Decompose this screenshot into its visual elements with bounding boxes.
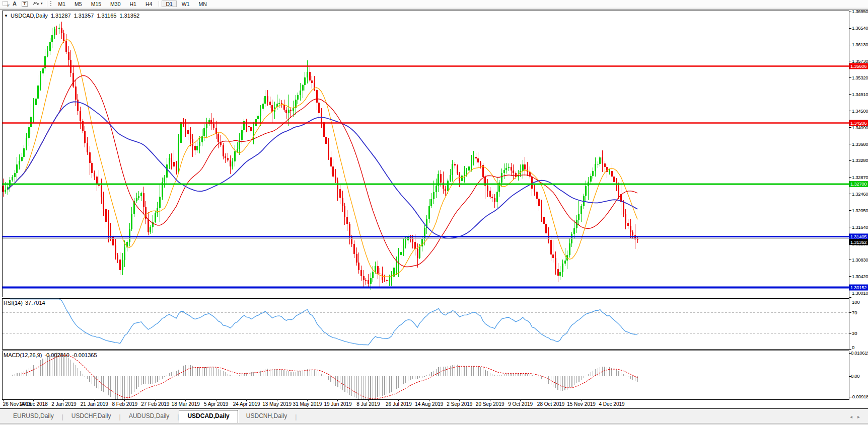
- collapse-arrow-icon[interactable]: ▼: [4, 14, 8, 18]
- arrows-dropdown-icon[interactable]: ▾: [41, 2, 43, 6]
- rsi-scale-label: 0: [852, 345, 854, 350]
- timeframe-button-mn[interactable]: MN: [195, 1, 211, 7]
- chart-canvas[interactable]: 1.369501.365401.361301.357301.353201.349…: [0, 0, 868, 408]
- arrows-icon: [33, 1, 39, 7]
- macd-signal-line: [22, 355, 637, 399]
- price-tick-label: 1.34500: [852, 108, 868, 114]
- level-price-label: 1.35606: [850, 63, 866, 69]
- timeframe-button-d1[interactable]: D1: [162, 1, 176, 7]
- tab-usdcnh[interactable]: USDCNH,Daily: [238, 411, 295, 423]
- tab-separator: |: [295, 413, 297, 423]
- chart-tab-bar: EURUSD,Daily|USDCHF,Daily|AUDUSD,Daily|U…: [0, 408, 868, 423]
- candles: [3, 22, 638, 290]
- timeframe-button-w1[interactable]: W1: [178, 1, 194, 7]
- date-tick-label: 19 Jun 2019: [324, 401, 351, 407]
- price-tick-label: 1.32460: [852, 191, 868, 197]
- ohlc-close: 1.31352: [119, 13, 139, 19]
- text-label-icon: T: [22, 1, 28, 7]
- date-tick-label: 18 Mar 2019: [172, 401, 200, 407]
- price-tick-label: 1.30010: [852, 290, 868, 296]
- ma-fast-line: [8, 40, 637, 277]
- level-line-1.35606[interactable]: 1.35606: [3, 63, 868, 69]
- date-tick-label: 28 Oct 2019: [537, 401, 565, 407]
- date-tick-label: 14 Dec 2018: [19, 401, 48, 407]
- level-price-label: 1.32700: [850, 181, 866, 187]
- date-tick-label: 13 May 2019: [262, 401, 292, 407]
- rsi-scale-label: 100: [852, 299, 860, 305]
- ohlc-low: 1.31165: [97, 13, 116, 19]
- date-tick-label: 15 Nov 2019: [567, 401, 596, 407]
- level-price-label: 1.30152: [850, 285, 866, 290]
- macd-value: -0.002810: [44, 352, 69, 358]
- timeframe-separator: [159, 1, 159, 7]
- price-tick-label: 1.35320: [852, 75, 868, 80]
- macd-histogram: [13, 353, 638, 399]
- level-line-1.30152[interactable]: 1.30152: [3, 285, 868, 291]
- current-price-label: 1.31352: [850, 239, 866, 245]
- timeframe-button-m1[interactable]: M1: [54, 1, 69, 7]
- panel-borders: [3, 11, 849, 400]
- moving-averages: [8, 40, 637, 277]
- date-tick-label: 31 May 2019: [293, 401, 322, 407]
- date-tick-label: 21 Jan 2019: [81, 401, 108, 407]
- date-tick-label: 2 Jan 2019: [51, 401, 77, 407]
- ohlc-high: 1.31357: [74, 13, 94, 19]
- macd-scale-label: -0.00918: [851, 394, 868, 399]
- arrows-tool-button[interactable]: ▾: [33, 1, 43, 7]
- toolbar-separator: [47, 1, 47, 7]
- chart-symbol: USDCAD,Daily: [11, 13, 48, 19]
- price-tick-label: 1.30830: [852, 257, 868, 263]
- tab-scroll-arrows: ◂▸: [850, 414, 865, 419]
- macd-scale-label: 0.00: [851, 373, 859, 379]
- level-price-label: 1.31405: [850, 234, 866, 239]
- timeframe-button-m5[interactable]: M5: [70, 1, 86, 7]
- status-bar: [0, 423, 868, 425]
- rsi-panel: 10070300: [3, 297, 860, 350]
- fibonacci-tool-button[interactable]: F: [3, 1, 8, 7]
- tab-usdcad[interactable]: USDCAD,Daily: [179, 410, 238, 423]
- current-price-box: 1.31352: [849, 239, 868, 245]
- rsi-value: 37.7014: [25, 300, 45, 306]
- price-tick-label: 1.36540: [852, 25, 868, 31]
- price-tick-label: 1.34910: [852, 92, 868, 97]
- label-tool-button[interactable]: T: [22, 1, 28, 7]
- price-tick-label: 1.30420: [852, 274, 868, 279]
- toolbar-grip[interactable]: [50, 1, 51, 6]
- text-tool-button[interactable]: A: [13, 1, 17, 7]
- rsi-line: [10, 299, 637, 345]
- timeframe-button-m15[interactable]: M15: [87, 1, 105, 7]
- date-tick-label: 4 Dec 2019: [599, 401, 625, 407]
- price-axis: 1.369501.365401.361301.357301.353201.349…: [849, 9, 868, 296]
- fibonacci-icon: F: [3, 2, 8, 6]
- level-line-1.34206[interactable]: 1.34206: [3, 120, 868, 126]
- ma-slow-line: [8, 102, 637, 238]
- date-axis[interactable]: 26 Nov 201814 Dec 20182 Jan 201921 Jan 2…: [3, 400, 625, 407]
- rsi-scale-label: 70: [852, 310, 857, 315]
- tab-scroll-left-icon[interactable]: ◂: [850, 414, 857, 419]
- price-tick-label: 1.33280: [852, 157, 868, 163]
- tab-audusd[interactable]: AUDUSD,Daily: [121, 411, 178, 423]
- timeframe-button-h1[interactable]: H1: [126, 1, 140, 7]
- rsi-scale-label: 30: [852, 330, 857, 336]
- date-tick-label: 24 Apr 2019: [233, 401, 260, 407]
- price-tick-label: 1.33680: [852, 141, 868, 147]
- date-tick-label: 8 Jul 2019: [356, 401, 380, 407]
- text-icon: A: [13, 1, 17, 7]
- price-tick-label: 1.32050: [852, 208, 868, 213]
- level-line-1.32700[interactable]: 1.32700: [3, 181, 868, 187]
- top-toolbar: F A T ▾ M1M5M15M30H1H4D1W1MN: [0, 0, 868, 7]
- timeframe-button-h4[interactable]: H4: [141, 1, 156, 7]
- timeframe-button-m30[interactable]: M30: [106, 1, 124, 7]
- ma-mid-line: [8, 75, 637, 267]
- tab-eurusd[interactable]: EURUSD,Daily: [5, 411, 62, 423]
- ohlc-open: 1.31287: [51, 13, 71, 19]
- tab-usdchf[interactable]: USDCHF,Daily: [63, 411, 119, 423]
- chart-title: ▼USDCAD,Daily1.312871.313571.311651.3135…: [4, 13, 139, 19]
- macd-panel: 0.0106150.00-0.00918: [13, 350, 868, 399]
- date-tick-label: 20 Sep 2019: [476, 401, 504, 407]
- date-tick-label: 8 Feb 2019: [112, 401, 137, 407]
- rsi-indicator-label: RSI(14)37.7014: [4, 300, 45, 306]
- macd-scale-label: 0.010615: [851, 350, 868, 356]
- date-tick-label: 27 Feb 2019: [141, 401, 170, 407]
- tab-scroll-right-icon[interactable]: ▸: [857, 414, 865, 419]
